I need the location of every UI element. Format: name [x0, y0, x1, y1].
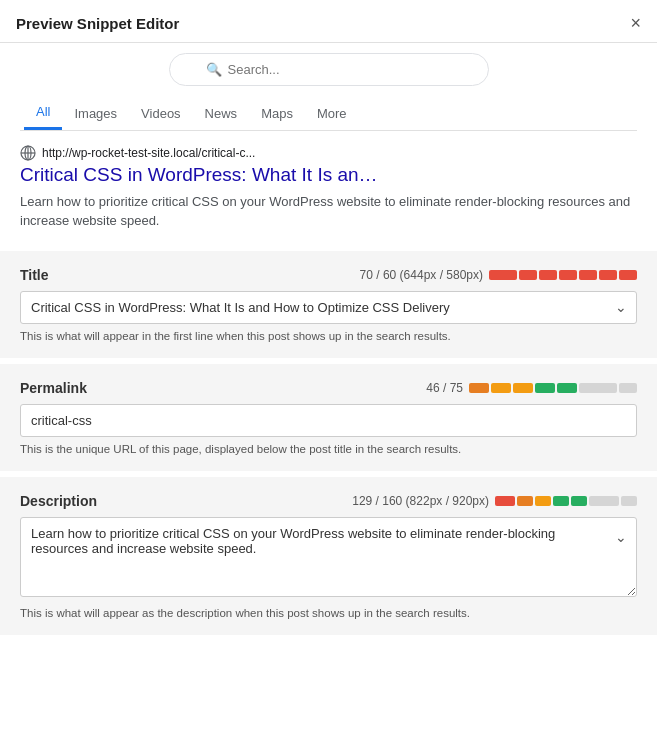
desc-seg-5 — [571, 496, 587, 506]
permalink-hint: This is the unique URL of this page, dis… — [20, 443, 637, 455]
description-counter-text: 129 / 160 (822px / 920px) — [352, 494, 489, 508]
permalink-seg-7 — [619, 383, 637, 393]
description-progress-bar — [495, 496, 637, 506]
permalink-counter: 46 / 75 — [426, 381, 637, 395]
title-counter: 70 / 60 (644px / 580px) — [360, 268, 637, 282]
title-seg-2 — [519, 270, 537, 280]
permalink-input-wrap — [20, 404, 637, 437]
result-url-line: http://wp-rocket-test-site.local/critica… — [20, 145, 637, 161]
header: Preview Snippet Editor × — [0, 0, 657, 43]
title-seg-3 — [539, 270, 557, 280]
desc-seg-6 — [589, 496, 619, 506]
search-bar-wrap: 🔍 — [20, 53, 637, 86]
preview-area: 🔍 All Images Videos News Maps More http:… — [0, 43, 657, 251]
desc-seg-7 — [621, 496, 637, 506]
permalink-progress-bar — [469, 383, 637, 393]
description-textarea-wrap: Learn how to prioritize critical CSS on … — [20, 517, 637, 601]
title-label: Title — [20, 267, 49, 283]
nav-item-images[interactable]: Images — [62, 98, 129, 129]
result-title[interactable]: Critical CSS in WordPress: What It Is an… — [20, 163, 637, 188]
desc-seg-1 — [495, 496, 515, 506]
nav-item-maps[interactable]: Maps — [249, 98, 305, 129]
permalink-seg-3 — [513, 383, 533, 393]
desc-seg-3 — [535, 496, 551, 506]
title-hint: This is what will appear in the first li… — [20, 330, 637, 342]
title-seg-5 — [579, 270, 597, 280]
description-hint: This is what will appear as the descript… — [20, 607, 637, 619]
close-button[interactable]: × — [630, 14, 641, 32]
title-progress-bar — [489, 270, 637, 280]
title-counter-text: 70 / 60 (644px / 580px) — [360, 268, 483, 282]
nav-item-more[interactable]: More — [305, 98, 359, 129]
description-label: Description — [20, 493, 97, 509]
permalink-seg-1 — [469, 383, 489, 393]
title-field-header: Title 70 / 60 (644px / 580px) — [20, 267, 637, 283]
description-textarea[interactable]: Learn how to prioritize critical CSS on … — [20, 517, 637, 597]
nav-item-videos[interactable]: Videos — [129, 98, 193, 129]
google-nav: All Images Videos News Maps More — [20, 96, 637, 131]
title-seg-4 — [559, 270, 577, 280]
permalink-label: Permalink — [20, 380, 87, 396]
title-input-wrap: ⌄ — [20, 291, 637, 324]
page-title: Preview Snippet Editor — [16, 15, 179, 32]
title-seg-6 — [599, 270, 617, 280]
nav-item-all[interactable]: All — [24, 96, 62, 130]
result-url: http://wp-rocket-test-site.local/critica… — [42, 146, 255, 160]
permalink-seg-6 — [579, 383, 617, 393]
permalink-input[interactable] — [20, 404, 637, 437]
description-counter: 129 / 160 (822px / 920px) — [352, 494, 637, 508]
permalink-counter-text: 46 / 75 — [426, 381, 463, 395]
nav-item-news[interactable]: News — [193, 98, 250, 129]
desc-seg-2 — [517, 496, 533, 506]
permalink-seg-2 — [491, 383, 511, 393]
globe-icon — [20, 145, 36, 161]
title-seg-7 — [619, 270, 637, 280]
title-seg-1 — [489, 270, 517, 280]
permalink-seg-4 — [535, 383, 555, 393]
description-section: Description 129 / 160 (822px / 920px) Le… — [0, 477, 657, 635]
title-section: Title 70 / 60 (644px / 580px) ⌄ This is … — [0, 251, 657, 358]
desc-seg-4 — [553, 496, 569, 506]
title-input[interactable] — [20, 291, 637, 324]
permalink-field-header: Permalink 46 / 75 — [20, 380, 637, 396]
search-input[interactable] — [228, 62, 472, 77]
search-icon: 🔍 — [206, 62, 222, 77]
permalink-section: Permalink 46 / 75 This is the unique URL… — [0, 364, 657, 471]
result-description: Learn how to prioritize critical CSS on … — [20, 192, 637, 231]
description-field-header: Description 129 / 160 (822px / 920px) — [20, 493, 637, 509]
search-result: http://wp-rocket-test-site.local/critica… — [20, 145, 637, 231]
permalink-seg-5 — [557, 383, 577, 393]
